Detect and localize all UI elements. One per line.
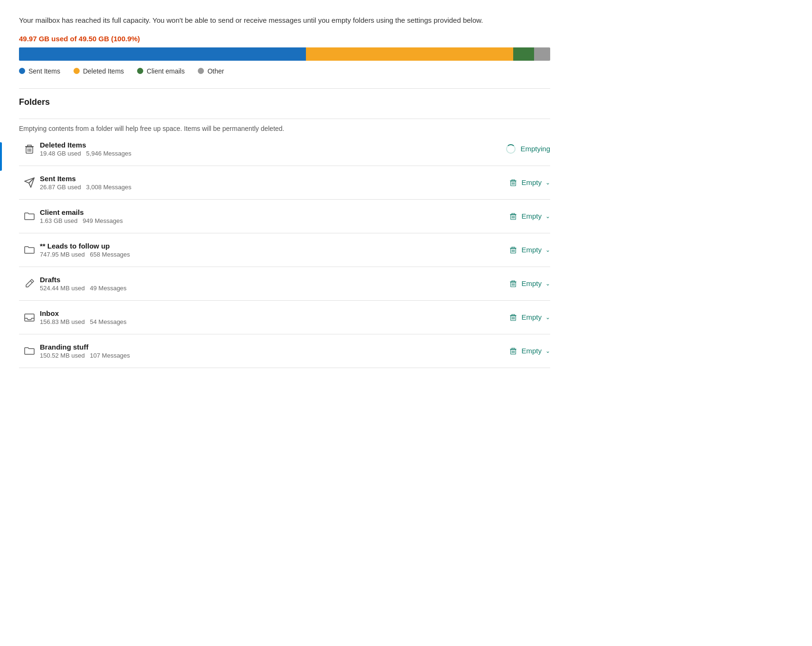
folder-row-branding: Branding stuff 150.52 MB used 107 Messag… bbox=[19, 334, 550, 368]
empty-label-sent: Empty bbox=[521, 178, 542, 186]
folders-description: Emptying contents from a folder will hel… bbox=[19, 125, 550, 132]
folder-size-leads: 747.95 MB used bbox=[40, 251, 85, 258]
chevron-drafts: ⌄ bbox=[545, 280, 550, 287]
chevron-sent: ⌄ bbox=[545, 179, 550, 186]
folder-messages-client: 949 Messages bbox=[83, 217, 123, 224]
folder-icon-client bbox=[19, 211, 40, 222]
folder-name-branding: Branding stuff bbox=[40, 343, 493, 351]
trash-icon bbox=[24, 143, 35, 155]
folder-row-client-emails: Client emails 1.63 GB used 949 Messages … bbox=[19, 200, 550, 233]
folder-info-inbox: Inbox 156.83 MB used 54 Messages bbox=[40, 309, 493, 325]
emptying-label-deleted: Emptying bbox=[520, 145, 550, 153]
legend-dot-sent bbox=[19, 68, 25, 74]
progress-bar bbox=[19, 47, 550, 61]
legend-dot-other bbox=[198, 68, 204, 74]
legend-dot-client bbox=[137, 68, 143, 74]
segment-other bbox=[534, 47, 550, 61]
folder-name-leads: ** Leads to follow up bbox=[40, 242, 493, 250]
inbox-icon bbox=[24, 312, 35, 323]
folder-meta-inbox: 156.83 MB used 54 Messages bbox=[40, 318, 493, 325]
folder-icon-svg-branding bbox=[24, 345, 35, 357]
folder-row-drafts: Drafts 524.44 MB used 49 Messages Empty … bbox=[19, 267, 550, 301]
chevron-client: ⌄ bbox=[545, 213, 550, 220]
trash-icon-client bbox=[509, 212, 517, 221]
legend-label-other: Other bbox=[207, 67, 224, 75]
trash-icon-leads bbox=[509, 246, 517, 254]
folder-size-client: 1.63 GB used bbox=[40, 217, 78, 224]
folder-info-leads: ** Leads to follow up 747.95 MB used 658… bbox=[40, 242, 493, 258]
drafts-icon bbox=[24, 278, 35, 289]
folder-icon-svg-leads bbox=[24, 244, 35, 256]
legend-item-sent: Sent Items bbox=[19, 67, 60, 75]
main-container: Your mailbox has reached its full capaci… bbox=[0, 0, 569, 383]
left-accent bbox=[0, 142, 2, 171]
trash-icon-drafts bbox=[509, 279, 517, 288]
folder-icon-leads bbox=[19, 244, 40, 256]
legend-item-deleted: Deleted Items bbox=[74, 67, 124, 75]
legend: Sent Items Deleted Items Client emails O… bbox=[19, 67, 550, 75]
folder-size-inbox: 156.83 MB used bbox=[40, 318, 85, 325]
folder-meta-sent: 26.87 GB used 3,008 Messages bbox=[40, 184, 493, 191]
section-header: Folders bbox=[19, 97, 550, 119]
empty-action-inbox[interactable]: Empty ⌄ bbox=[493, 313, 550, 322]
folder-icon-deleted bbox=[19, 143, 40, 155]
empty-label-inbox: Empty bbox=[521, 313, 542, 321]
folder-info-client: Client emails 1.63 GB used 949 Messages bbox=[40, 208, 493, 224]
folder-icon-drafts bbox=[19, 278, 40, 289]
folder-messages-deleted: 5,946 Messages bbox=[86, 150, 131, 157]
folder-icon-sent bbox=[19, 177, 40, 188]
folder-row-leads: ** Leads to follow up 747.95 MB used 658… bbox=[19, 233, 550, 267]
empty-action-sent[interactable]: Empty ⌄ bbox=[493, 178, 550, 187]
segment-sent-items bbox=[19, 47, 306, 61]
emptying-action-deleted[interactable]: Emptying bbox=[493, 144, 550, 154]
empty-action-drafts[interactable]: Empty ⌄ bbox=[493, 279, 550, 288]
folder-messages-sent: 3,008 Messages bbox=[86, 184, 131, 191]
folder-row-deleted-items: Deleted Items 19.48 GB used 5,946 Messag… bbox=[19, 132, 550, 166]
chevron-branding: ⌄ bbox=[545, 348, 550, 354]
folder-info-deleted: Deleted Items 19.48 GB used 5,946 Messag… bbox=[40, 141, 493, 157]
empty-action-leads[interactable]: Empty ⌄ bbox=[493, 246, 550, 254]
folder-name-drafts: Drafts bbox=[40, 276, 493, 284]
empty-action-branding[interactable]: Empty ⌄ bbox=[493, 347, 550, 355]
empty-label-client: Empty bbox=[521, 212, 542, 220]
legend-item-other: Other bbox=[198, 67, 224, 75]
alert-text: Your mailbox has reached its full capaci… bbox=[19, 15, 550, 26]
folder-name-client: Client emails bbox=[40, 208, 493, 216]
folder-row-sent-items: Sent Items 26.87 GB used 3,008 Messages … bbox=[19, 166, 550, 200]
empty-action-client[interactable]: Empty ⌄ bbox=[493, 212, 550, 221]
folder-row-inbox: Inbox 156.83 MB used 54 Messages Empty ⌄ bbox=[19, 301, 550, 334]
legend-label-deleted: Deleted Items bbox=[83, 67, 124, 75]
folder-info-sent: Sent Items 26.87 GB used 3,008 Messages bbox=[40, 175, 493, 191]
folder-meta-drafts: 524.44 MB used 49 Messages bbox=[40, 285, 493, 292]
folders-description-area: Emptying contents from a folder will hel… bbox=[19, 119, 550, 132]
folder-meta-leads: 747.95 MB used 658 Messages bbox=[40, 251, 493, 258]
folder-name-inbox: Inbox bbox=[40, 309, 493, 317]
folder-icon-branding bbox=[19, 345, 40, 357]
folder-messages-branding: 107 Messages bbox=[90, 352, 130, 359]
segment-client-emails bbox=[513, 47, 535, 61]
folder-meta-client: 1.63 GB used 949 Messages bbox=[40, 217, 493, 224]
folder-info-drafts: Drafts 524.44 MB used 49 Messages bbox=[40, 276, 493, 292]
empty-label-leads: Empty bbox=[521, 246, 542, 254]
folder-size-drafts: 524.44 MB used bbox=[40, 285, 85, 292]
folder-icon-inbox bbox=[19, 312, 40, 323]
trash-icon-sent bbox=[509, 178, 517, 187]
segment-deleted-items bbox=[306, 47, 513, 61]
trash-icon-inbox bbox=[509, 313, 517, 322]
spinner-deleted bbox=[506, 144, 516, 154]
divider-top bbox=[19, 88, 550, 89]
folder-meta-deleted: 19.48 GB used 5,946 Messages bbox=[40, 150, 493, 157]
folder-messages-leads: 658 Messages bbox=[90, 251, 130, 258]
folders-title: Folders bbox=[19, 97, 550, 107]
empty-label-branding: Empty bbox=[521, 347, 542, 355]
legend-label-client: Client emails bbox=[147, 67, 185, 75]
folder-meta-branding: 150.52 MB used 107 Messages bbox=[40, 352, 493, 359]
chevron-leads: ⌄ bbox=[545, 247, 550, 253]
legend-item-client: Client emails bbox=[137, 67, 185, 75]
chevron-inbox: ⌄ bbox=[545, 314, 550, 321]
folder-name-sent: Sent Items bbox=[40, 175, 493, 183]
usage-label: 49.97 GB used of 49.50 GB (100.9%) bbox=[19, 35, 550, 43]
folder-info-branding: Branding stuff 150.52 MB used 107 Messag… bbox=[40, 343, 493, 359]
legend-label-sent: Sent Items bbox=[28, 67, 60, 75]
sent-icon bbox=[24, 177, 35, 188]
